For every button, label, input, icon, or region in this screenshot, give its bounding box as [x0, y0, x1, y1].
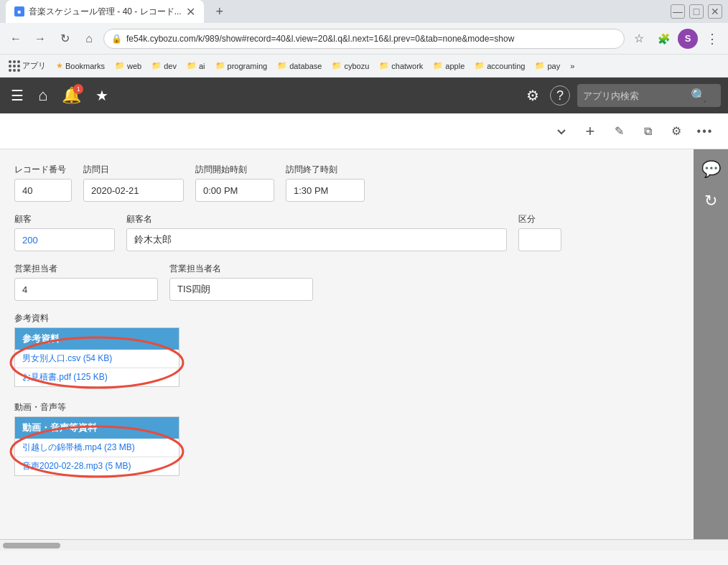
sankoshorui-section-label: 参考資料 — [14, 312, 636, 324]
forward-button[interactable]: → — [30, 29, 50, 49]
database-label: database — [289, 62, 322, 70]
ai-label: ai — [199, 62, 205, 70]
notification-badge: 1 — [73, 84, 83, 94]
home-button[interactable]: ⌂ — [34, 83, 51, 108]
address-bar[interactable]: 🔒 fe54k.cybozu.com/k/989/show#record=40&… — [103, 29, 625, 49]
dropdown-icon — [555, 125, 568, 138]
dropdown-button[interactable] — [550, 120, 573, 143]
visit-start-value: 0:00 PM — [195, 179, 274, 202]
media-section-label: 動画・音声等 — [14, 401, 636, 414]
hamburger-menu-button[interactable]: ☰ — [7, 83, 27, 108]
field-kubun: 区分 — [518, 213, 561, 251]
accounting-label: accounting — [487, 62, 525, 70]
help-button[interactable]: ? — [550, 85, 570, 106]
sales-rep-label: 営業担当者 — [14, 263, 158, 275]
star-icon: ★ — [56, 61, 63, 70]
field-sales-rep: 営業担当者 4 — [14, 263, 158, 301]
more-bookmarks-button[interactable]: » — [567, 60, 577, 72]
profile-avatar[interactable]: S — [678, 29, 698, 49]
kubun-value — [518, 228, 561, 251]
window-minimize-button[interactable]: — — [671, 4, 685, 19]
search-input[interactable] — [583, 90, 691, 101]
folder-icon-accounting: 📁 — [475, 61, 485, 70]
field-row-1: レコード番号 40 訪問日 2020-02-21 訪問開始時刻 0:00 PM … — [14, 164, 679, 202]
dev-label: dev — [164, 62, 177, 70]
bookmarks-label: Bookmarks — [65, 62, 105, 70]
window-maximize-button[interactable]: □ — [689, 4, 704, 19]
file-link-pdf[interactable]: お見積書.pdf (125 KB) — [15, 368, 179, 386]
bookmark-ai[interactable]: 📁 ai — [184, 60, 208, 72]
edit-record-button[interactable]: ✎ — [607, 120, 630, 143]
record-number-label: レコード番号 — [14, 164, 72, 176]
folder-icon-web: 📁 — [115, 61, 125, 70]
refresh-button[interactable]: ↻ — [55, 29, 75, 49]
back-button[interactable]: ← — [6, 29, 26, 49]
bookmark-pay[interactable]: 📁 pay — [532, 60, 563, 72]
field-visit-start: 訪問開始時刻 0:00 PM — [195, 164, 274, 202]
comment-sidebar-button[interactable]: 💬 — [696, 155, 725, 184]
sankoshorui-section: 参考資料 参考資料 男女別人口.csv (54 KB) お見積書.pdf (12… — [14, 312, 636, 387]
customer-value: 200 — [14, 228, 115, 251]
more-options-button[interactable]: ••• — [694, 120, 717, 143]
bookmark-programing[interactable]: 📁 programing — [213, 60, 271, 72]
bookmarks-bar: アプリ ★ Bookmarks 📁 web 📁 dev 📁 ai 📁 progr… — [0, 55, 728, 78]
add-record-button[interactable]: + — [579, 120, 602, 143]
bookmark-cybozu[interactable]: 📁 cybozu — [329, 60, 372, 72]
settings-button[interactable]: ⚙ — [523, 83, 543, 108]
apple-label: apple — [445, 62, 465, 70]
favorites-button[interactable]: ★ — [92, 83, 112, 108]
media-section: 動画・音声等 動画・音声等資料 引越しの錦帯橋.mp4 (23 MB) 音声20… — [14, 401, 636, 476]
file-link-mp3[interactable]: 音声2020-02-28.mp3 (5 MB) — [15, 457, 179, 475]
apps-grid-icon — [9, 60, 20, 72]
url-text: fe54k.cybozu.com/k/989/show#record=40&l.… — [126, 34, 617, 44]
bookmark-chatwork[interactable]: 📁 chatwork — [376, 60, 426, 72]
media-table-header: 動画・音声等資料 — [15, 417, 179, 439]
tab-close-button[interactable]: ✕ — [186, 5, 195, 19]
bookmark-apps[interactable]: アプリ — [6, 59, 49, 73]
file-link-csv[interactable]: 男女別人口.csv (54 KB) — [15, 350, 179, 368]
folder-icon-programing: 📁 — [215, 61, 225, 70]
sankoshorui-table-header: 参考資料 — [15, 328, 179, 350]
scrollbar-thumb[interactable] — [3, 543, 60, 548]
bookmark-web[interactable]: 📁 web — [112, 60, 144, 72]
bookmark-bookmarks[interactable]: ★ Bookmarks — [53, 60, 108, 72]
record-number-value: 40 — [14, 179, 72, 202]
window-close-button[interactable]: ✕ — [708, 4, 722, 19]
browser-menu-button[interactable]: ⋮ — [702, 29, 722, 49]
search-box[interactable]: 🔍 — [577, 84, 721, 107]
new-tab-button[interactable]: + — [210, 1, 230, 22]
browser-tab[interactable]: ■ 音楽スケジュール管理 - 40 - レコード... ✕ — [6, 0, 204, 23]
extensions-button[interactable]: 🧩 — [653, 29, 673, 49]
field-record-number: レコード番号 40 — [14, 164, 72, 202]
copy-record-button[interactable]: ⧉ — [636, 120, 659, 143]
bookmark-star-button[interactable]: ☆ — [629, 29, 649, 49]
record-settings-button[interactable]: ⚙ — [665, 120, 688, 143]
app-header: ☰ ⌂ 🔔 1 ★ ⚙ ? 🔍 — [0, 78, 728, 113]
folder-icon-chatwork: 📁 — [379, 61, 389, 70]
history-sidebar-button[interactable]: ↻ — [696, 187, 725, 215]
folder-icon-database: 📁 — [277, 61, 287, 70]
lock-icon: 🔒 — [111, 34, 122, 44]
bottom-scrollbar[interactable] — [0, 539, 728, 551]
tab-favicon: ■ — [14, 6, 24, 17]
main-content: レコード番号 40 訪問日 2020-02-21 訪問開始時刻 0:00 PM … — [0, 149, 694, 539]
folder-icon-dev: 📁 — [151, 61, 162, 70]
file-link-mp4[interactable]: 引越しの錦帯橋.mp4 (23 MB) — [15, 439, 179, 457]
bookmark-dev[interactable]: 📁 dev — [149, 60, 179, 72]
apps-label: アプリ — [22, 60, 46, 71]
web-label: web — [127, 62, 141, 70]
visit-date-value: 2020-02-21 — [83, 179, 184, 202]
visit-date-label: 訪問日 — [83, 164, 184, 176]
field-row-2: 顧客 200 顧客名 鈴木太郎 区分 — [14, 213, 679, 251]
bookmark-accounting[interactable]: 📁 accounting — [472, 60, 528, 72]
home-button[interactable]: ⌂ — [79, 29, 99, 49]
record-toolbar: + ✎ ⧉ ⚙ ••• — [0, 113, 728, 149]
visit-end-value: 1:30 PM — [286, 179, 365, 202]
folder-icon-ai: 📁 — [187, 61, 197, 70]
notification-bell-button[interactable]: 🔔 1 — [58, 83, 85, 108]
search-icon[interactable]: 🔍 — [691, 88, 706, 103]
bookmark-apple[interactable]: 📁 apple — [430, 60, 467, 72]
field-customer-name: 顧客名 鈴木太郎 — [126, 213, 507, 251]
field-customer: 顧客 200 — [14, 213, 115, 251]
bookmark-database[interactable]: 📁 database — [274, 60, 325, 72]
